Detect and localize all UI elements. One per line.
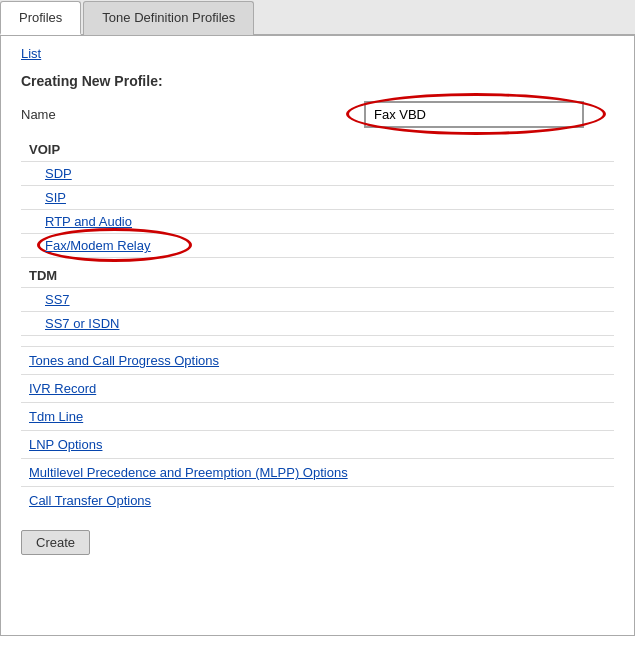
rtp-audio-link[interactable]: RTP and Audio xyxy=(21,209,614,233)
ss7-link[interactable]: SS7 xyxy=(21,287,614,311)
name-row: Name xyxy=(21,101,614,128)
voip-group: VOIP SDP SIP RTP and Audio Fax/Modem Rel… xyxy=(21,142,614,258)
lnp-link[interactable]: LNP Options xyxy=(21,430,614,458)
main-content: List Creating New Profile: Name VOIP SDP… xyxy=(0,36,635,636)
form-title: Creating New Profile: xyxy=(21,73,614,89)
mlpp-link[interactable]: Multilevel Precedence and Preemption (ML… xyxy=(21,458,614,486)
tab-tone-definition[interactable]: Tone Definition Profiles xyxy=(83,1,254,35)
name-input-wrapper xyxy=(364,101,584,128)
ivr-link[interactable]: IVR Record xyxy=(21,374,614,402)
list-link[interactable]: List xyxy=(21,46,41,61)
voip-label: VOIP xyxy=(21,142,614,157)
call-transfer-link[interactable]: Call Transfer Options xyxy=(21,486,614,514)
top-links: Tones and Call Progress Options IVR Reco… xyxy=(21,346,614,514)
ss7-isdn-link[interactable]: SS7 or ISDN xyxy=(21,311,614,336)
sip-link[interactable]: SIP xyxy=(21,185,614,209)
create-button[interactable]: Create xyxy=(21,530,90,555)
tab-bar: Profiles Tone Definition Profiles xyxy=(0,0,635,36)
tab-profiles[interactable]: Profiles xyxy=(0,1,81,35)
tdm-group: TDM SS7 SS7 or ISDN xyxy=(21,268,614,336)
tdm-line-link[interactable]: Tdm Line xyxy=(21,402,614,430)
sdp-link[interactable]: SDP xyxy=(21,161,614,185)
tdm-label: TDM xyxy=(21,268,614,283)
fax-modem-link[interactable]: Fax/Modem Relay xyxy=(45,238,150,253)
tones-link[interactable]: Tones and Call Progress Options xyxy=(21,346,614,374)
name-label: Name xyxy=(21,107,141,122)
name-input[interactable] xyxy=(364,101,584,128)
fax-modem-row: Fax/Modem Relay xyxy=(21,233,614,258)
